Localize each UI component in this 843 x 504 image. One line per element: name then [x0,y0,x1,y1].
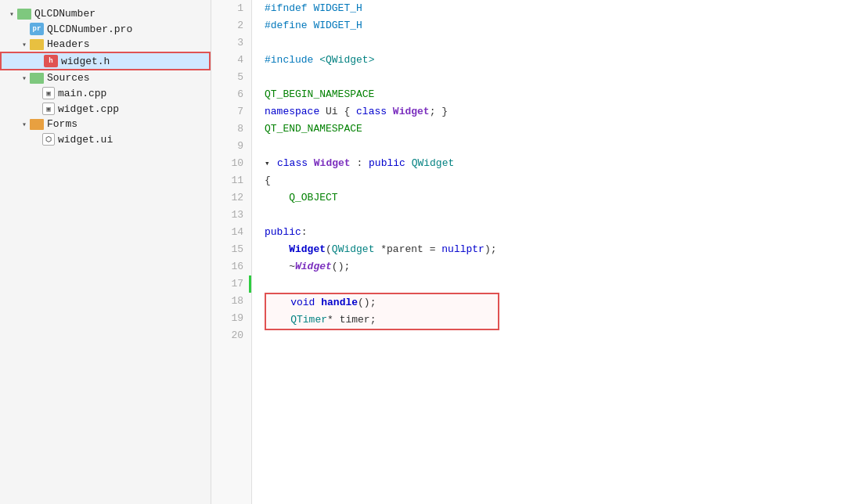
pro-icon: pr [30,23,44,35]
pro-spacer [19,25,30,34]
code-token: : [301,224,308,241]
code-line-3 [265,34,843,52]
code-line-10: ▾class Widget : public QWidget [265,155,843,172]
line-numbers: 1234567891011121314151617181920 [211,0,252,504]
code-line-5 [265,69,843,86]
line-num-6: 6 [211,86,251,103]
code-line-4: #include <QWidget> [265,52,843,69]
code-token: namespace [265,103,326,121]
code-token: { [265,172,271,189]
code-token: ( [326,241,332,258]
code-token: public [369,155,412,172]
code-line-2: #define WIDGET_H [265,17,843,34]
line-num-4: 4 [211,52,251,69]
code-token [265,241,289,258]
main-cpp-spacer [31,89,42,98]
code-token: { [338,103,356,121]
forms-chevron [19,120,30,129]
code-line-15: Widget(QWidget *parent = nullptr); [265,241,843,258]
widget-ui-spacer [31,135,42,144]
code-line-13 [265,207,843,224]
pro-label: QLCDNumber.pro [47,23,132,35]
tree-item-forms[interactable]: Forms [0,117,211,131]
code-token: QWidget [332,241,375,258]
code-token: * timer; [327,311,376,329]
widget-cpp-label: widget.cpp [58,103,119,115]
root-chevron [6,9,17,19]
code-token: Widget [295,258,332,275]
code-token: QT_END_NAMESPACE [265,121,362,138]
line-num-11: 11 [211,172,251,189]
code-token: class [277,155,314,172]
code-token: *parent = [374,241,441,258]
code-token: Widget [289,241,326,258]
code-token [266,294,290,311]
sources-label: Sources [47,72,90,84]
code-line-11: { [265,172,843,189]
code-content[interactable]: #ifndef WIDGET_H#define WIDGET_H#include… [252,0,843,504]
code-token: class [356,103,393,121]
tree-root-item[interactable]: QLCDNumber [0,6,211,21]
line-num-12: 12 [211,189,251,207]
tree-item-widget-ui[interactable]: ⬡ widget.ui [0,131,211,147]
tree-item-main-cpp[interactable]: ▣ main.cpp [0,85,211,101]
code-token: ~ [265,258,295,275]
code-token: : [351,155,369,172]
line-num-1: 1 [211,0,251,17]
line-num-7: 7 [211,103,251,121]
code-token: (); [332,258,350,275]
code-line-18: void handle(); [266,294,498,311]
code-line-9 [265,138,843,155]
code-line-14: public: [265,224,843,241]
sources-folder-icon [30,73,44,84]
tree-item-pro[interactable]: pr QLCDNumber.pro [0,21,211,37]
headers-label: Headers [47,38,90,50]
code-token: #include [265,52,319,69]
code-token: ; } [430,103,448,121]
code-token: QT_BEGIN_NAMESPACE [265,86,374,103]
line-num-8: 8 [211,121,251,138]
line-num-15: 15 [211,241,251,258]
line-num-5: 5 [211,69,251,86]
code-token [266,311,290,329]
code-token: #ifndef WIDGET_H [265,0,362,17]
line-num-20: 20 [211,327,251,344]
sources-chevron [19,74,30,83]
collapse-arrow-icon[interactable]: ▾ [265,155,274,172]
main-cpp-icon: ▣ [42,87,55,99]
line-num-10: 10 [211,155,251,172]
tree-item-headers[interactable]: Headers [0,37,211,52]
line-num-13: 13 [211,207,251,224]
code-token: Q_OBJECT [265,189,338,207]
tree-item-widget-cpp[interactable]: ▣ widget.cpp [0,101,211,117]
code-token: Ui [326,103,338,121]
code-token: public [265,224,301,241]
line-num-9: 9 [211,138,251,155]
code-line-16: ~Widget(); [265,258,843,275]
code-token: handle [321,294,358,311]
tree-item-widget-h[interactable]: h widget.h [0,52,211,70]
line-num-16: 16 [211,258,251,275]
code-token: <QWidget> [319,52,374,69]
tree-item-sources[interactable]: Sources [0,70,211,85]
code-token: QTimer [290,311,327,329]
code-line-1: #ifndef WIDGET_H [265,0,843,17]
widget-h-label: widget.h [61,56,110,67]
forms-label: Forms [47,118,77,130]
main-cpp-label: main.cpp [58,88,106,99]
forms-folder-icon [30,119,44,130]
line-num-17: 17 [211,275,251,293]
headers-folder-icon [30,39,44,50]
file-tree-sidebar: QLCDNumber pr QLCDNumber.pro Headers h w… [0,0,211,504]
code-token: Widget [393,103,430,121]
code-token: nullptr [441,241,485,258]
code-token: #define WIDGET_H [265,17,362,34]
widget-ui-icon: ⬡ [42,133,55,146]
code-editor: 1234567891011121314151617181920 #ifndef … [211,0,843,504]
code-line-17 [265,275,843,293]
code-token: Widget [314,155,351,172]
code-line-20 [265,330,843,347]
widget-cpp-spacer [31,105,42,113]
code-line-12: Q_OBJECT [265,189,843,207]
headers-chevron [19,40,30,49]
